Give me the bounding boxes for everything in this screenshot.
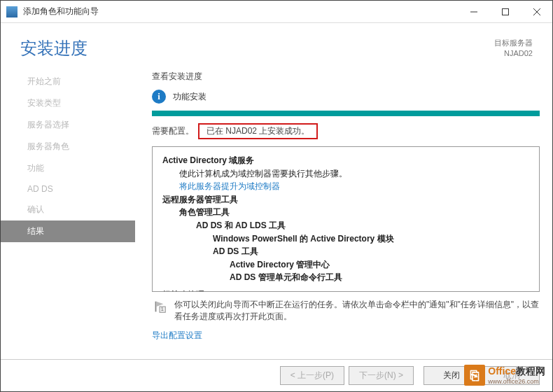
sidebar-item-server-selection: 服务器选择: [1, 114, 135, 136]
close-wizard-note: 1 你可以关闭此向导而不中断正在运行的任务。请依次单击命令栏中的"通知"和"任务…: [152, 299, 540, 323]
svg-text:1: 1: [161, 306, 164, 312]
info-icon: i: [152, 90, 166, 104]
titlebar: 添加角色和功能向导: [1, 1, 552, 23]
header-row: 安装进度 目标服务器 NJAD02: [1, 23, 552, 66]
adds-tools: AD DS 工具: [162, 245, 529, 258]
maximize-button[interactable]: [489, 1, 521, 23]
close-wizard-button[interactable]: 关闭: [424, 366, 479, 385]
config-required-row: 需要配置。 已在 NJAD02 上安装成功。: [152, 123, 540, 139]
details-box: Active Directory 域服务 使此计算机成为域控制器需要执行其他步骤…: [152, 146, 540, 292]
target-server-block: 目标服务器 NJAD02: [494, 38, 533, 59]
previous-button[interactable]: < 上一步(P): [280, 366, 344, 385]
adds-snapins-cli: AD DS 管理单元和命令行工具: [162, 271, 529, 284]
content-pane: 查看安装进度 i 功能安装 需要配置。 已在 NJAD02 上安装成功。 Act…: [135, 66, 552, 359]
footer-buttons: < 上一步(P) 下一步(N) > 关闭 取消: [1, 359, 552, 391]
ad-ds-note: 使此计算机成为域控制器需要执行其他步骤。: [162, 167, 529, 181]
svg-rect-1: [502, 8, 508, 15]
config-prefix: 需要配置。: [152, 125, 194, 137]
content-row: 开始之前 安装类型 服务器选择 服务器角色 功能 AD DS 确认 结果 查看安…: [1, 66, 552, 359]
role-mgmt-title: 角色管理工具: [162, 206, 529, 219]
install-success-highlight: 已在 NJAD02 上安装成功。: [198, 123, 318, 139]
page-title: 安装进度: [20, 37, 88, 59]
close-button[interactable]: [521, 1, 552, 23]
server-manager-icon: [6, 6, 18, 18]
sidebar-item-confirmation: 确认: [1, 199, 135, 220]
sidebar-item-install-type: 安装类型: [1, 92, 135, 114]
flag-icon: 1: [152, 299, 167, 314]
window-controls: [458, 1, 552, 23]
ad-ds-title: Active Directory 域服务: [162, 154, 529, 167]
sidebar-item-features: 功能: [1, 158, 135, 179]
adds-lds-tools: AD DS 和 AD LDS 工具: [162, 219, 529, 232]
window-title: 添加角色和功能向导: [23, 6, 458, 18]
sidebar-item-results[interactable]: 结果: [1, 220, 135, 242]
sidebar-item-before-begin: 开始之前: [1, 71, 135, 92]
main-area: 安装进度 目标服务器 NJAD02 开始之前 安装类型 服务器选择 服务器角色 …: [1, 23, 552, 391]
sidebar-item-adds: AD DS: [1, 179, 135, 199]
svg-rect-4: [155, 302, 157, 312]
status-text: 功能安装: [173, 91, 206, 103]
minimize-button[interactable]: [458, 1, 489, 23]
gpm-title: 组策略管理: [162, 288, 529, 292]
wizard-sidebar: 开始之前 安装类型 服务器选择 服务器角色 功能 AD DS 确认 结果: [1, 66, 135, 359]
target-label: 目标服务器: [494, 38, 533, 48]
rsat-title: 远程服务器管理工具: [162, 193, 529, 206]
powershell-ad-module: Windows PowerShell 的 Active Directory 模块: [162, 232, 529, 246]
sidebar-item-server-roles: 服务器角色: [1, 136, 135, 158]
next-button[interactable]: 下一步(N) >: [349, 366, 414, 385]
export-config-link[interactable]: 导出配置设置: [152, 330, 540, 342]
cancel-button[interactable]: 取消: [484, 366, 540, 385]
status-row: i 功能安装: [152, 90, 540, 104]
ad-admin-center: Active Directory 管理中心: [162, 258, 529, 272]
subheading: 查看安装进度: [152, 71, 540, 83]
install-progress-bar: [152, 111, 540, 116]
note-text: 你可以关闭此向导而不中断正在运行的任务。请依次单击命令栏中的"通知"和"任务详细…: [174, 299, 540, 323]
target-name: NJAD02: [494, 48, 533, 59]
promote-dc-link[interactable]: 将此服务器提升为域控制器: [162, 180, 529, 193]
